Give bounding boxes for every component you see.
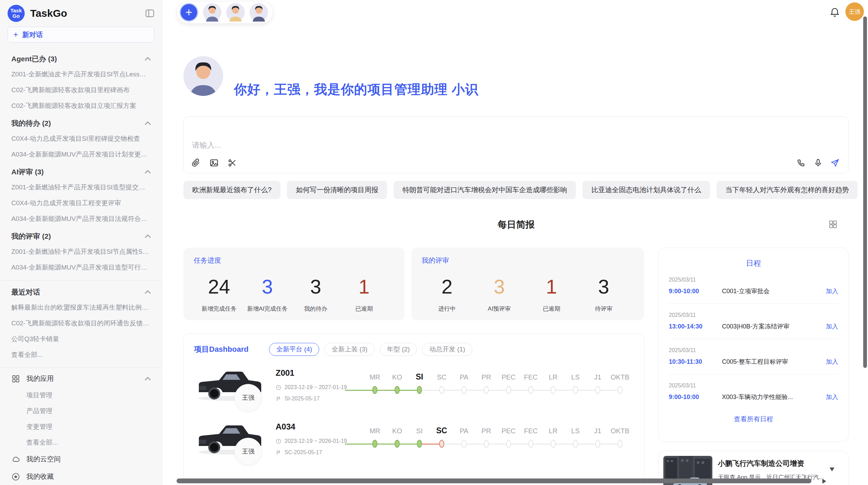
milestone-dot[interactable] [617,386,623,394]
suggestion-chip[interactable]: 欧洲新规最近颁布了什么? [183,181,280,199]
recent-chat-item[interactable]: 解释最新出台的欧盟报废车法规再生塑料比例被调至15%... [0,300,162,315]
task-item[interactable]: C0X4-动力总成开发项目工程变更评审 [0,195,162,211]
milestone-dot[interactable] [595,386,600,394]
app-item[interactable]: 变更管理 [0,419,162,435]
event-name: C003|H0B-方案冻结评审 [722,322,826,331]
milestone-dot[interactable] [528,386,533,394]
app-item[interactable]: 产品管理 [0,403,162,419]
milestone-dot[interactable] [506,386,511,394]
section-header-3[interactable]: 我的评审 (2) [0,227,162,244]
image-icon[interactable] [209,158,219,167]
send-icon[interactable] [830,158,840,167]
event-join-link[interactable]: 加入 [826,322,838,331]
schedule-event: 2025/03/1113:00-14:30C003|H0B-方案冻结评审加入 [659,304,848,339]
horizontal-scrollbar[interactable] [177,478,811,483]
filter-chip[interactable]: 全新上装 (3) [324,343,375,356]
milestone-dot[interactable] [573,386,578,394]
stat-label: 新增完成任务 [198,305,240,313]
sidebar-item-favorites[interactable]: 我的收藏 [0,468,162,485]
logo-text-bottom: Go [13,13,20,19]
phone-call-icon[interactable] [797,158,806,167]
suggestion-chip[interactable]: 当下年轻人对汽车外观有怎样的喜好趋势 [716,181,858,199]
collapse-sidebar-icon[interactable] [145,8,155,18]
recent-chat-item[interactable]: 公司Q3轻卡销量 [0,331,162,347]
filter-chip[interactable]: 全新平台 (4) [269,343,320,356]
milestone-dot[interactable] [528,440,533,448]
milestone-dot[interactable] [551,386,556,394]
chevron-up-icon [144,55,152,63]
event-join-link[interactable]: 加入 [826,358,838,366]
project-flag-milestone: SC-2025-05-17 [276,449,322,456]
chat-input-box[interactable]: 请输入... [183,116,849,173]
event-time: 13:00-14:30 [669,323,722,330]
milestone-label: SI [408,427,431,435]
add-agent-button[interactable] [180,3,198,22]
vertical-scrollbar[interactable] [863,16,867,368]
recent-chat-item[interactable]: C02-飞腾新能源轻客改款项目的闭环通告反馈情况 [0,315,162,331]
milestone-dot[interactable] [484,440,489,448]
view-all-schedule-link[interactable]: 查看所有日程 [659,415,848,424]
scroll-right-arrow[interactable] [822,479,826,484]
milestone-dot[interactable] [595,440,600,448]
agent-avatar-1[interactable] [203,3,221,22]
milestone-dot[interactable] [484,386,489,394]
sidebar-item-my-apps[interactable]: 我的应用 [0,370,162,387]
stat-value: 2 [426,274,468,299]
suggestion-chip[interactable]: 特朗普可能对进口汽车增税会对中国车企造成哪些影响 [394,181,576,199]
agent-avatar-2[interactable] [226,3,245,22]
filter-chip[interactable]: 动总开发 (1) [422,343,472,356]
task-item[interactable]: C0X4-动力总成开发项目SI里程碑提交物检查 [0,131,162,147]
app-item[interactable]: 项目管理 [0,387,162,403]
milestone-dot[interactable] [573,440,578,448]
event-date: 2025/03/11 [669,383,838,389]
task-item[interactable]: Z001-全新燃油皮卡产品开发项目SI节点Lesson Learn报告 [0,66,162,82]
agent-avatar-3[interactable] [250,3,268,22]
task-item[interactable]: A034-全新新能源MUV产品开发项目造型可行性评审 [0,260,162,275]
my-apps-list: 项目管理产品管理变更管理查看全部... [0,387,162,450]
user-avatar[interactable]: 王强 [845,2,864,21]
recent-view-all-link[interactable]: 查看全部... [0,347,162,363]
microphone-icon[interactable] [813,158,823,167]
recent-chats-list: 解释最新出台的欧盟报废车法规再生塑料比例被调至15%...C02-飞腾新能源轻客… [0,300,162,363]
app-item[interactable]: 查看全部... [0,435,162,450]
layout-grid-icon[interactable] [828,220,838,229]
notifications-bell-icon[interactable] [829,7,840,18]
suggestion-chip[interactable]: 比亚迪全固态电池计划具体说了什么 [582,181,710,199]
recent-chats-header[interactable]: 最近对话 [0,283,162,300]
milestone-dot[interactable] [395,440,400,448]
section-header-2[interactable]: AI评审 (3) [0,162,162,179]
milestone-dot[interactable] [506,440,511,448]
milestone-dot[interactable] [617,440,623,448]
milestone-dot[interactable] [372,440,377,448]
stat-label: 待评审 [583,305,624,313]
milestone-dot[interactable] [439,440,444,448]
milestone-dot[interactable] [461,386,467,394]
sidebar-item-cloud-space[interactable]: 我的云空间 [0,450,162,468]
scissors-icon[interactable] [228,158,237,167]
attachment-icon[interactable] [191,158,201,167]
event-join-link[interactable]: 加入 [826,393,838,401]
milestone-dot[interactable] [439,386,444,394]
task-item[interactable]: A034-全新新能源MUV产品开发项目法规符合性评审 [0,211,162,227]
milestone-dot[interactable] [372,386,377,394]
task-item[interactable]: C02-飞腾新能源轻客改款项目里程碑画布 [0,82,162,98]
section-header-1[interactable]: 我的待办 (2) [0,114,162,131]
milestone-label: FEC [520,373,542,381]
new-chat-button[interactable]: + 新对话 [8,27,154,42]
scroll-down-arrow[interactable] [830,468,834,471]
event-join-link[interactable]: 加入 [826,287,838,295]
suggestion-chip[interactable]: 如何写一份清晰的项目周报 [287,181,387,199]
task-item[interactable]: A034-全新新能源MUV产品开发项目计划变更表编写 [0,147,162,162]
milestone-dot[interactable] [417,386,422,394]
event-date: 2025/03/11 [669,277,838,283]
filter-chip[interactable]: 年型 (2) [380,343,417,356]
milestone-dot[interactable] [461,440,467,448]
task-item[interactable]: C02-飞腾新能源轻客改款项目立项汇报方案 [0,98,162,114]
milestone-dot[interactable] [551,440,556,448]
task-item[interactable]: Z001-全新燃油轻卡产品开发项目SI节点属性5D文件评审 [0,244,162,260]
section-header-0[interactable]: Agent已办 (3) [0,49,162,66]
task-item[interactable]: Z001-全新燃油轻卡产品开发项目SI造型提交物评审 [0,179,162,195]
milestone-dot[interactable] [417,440,422,448]
my-reviews-card: 我的评审2进行中3AI预评审1已逾期3待评审 [411,248,644,320]
milestone-dot[interactable] [395,386,400,394]
